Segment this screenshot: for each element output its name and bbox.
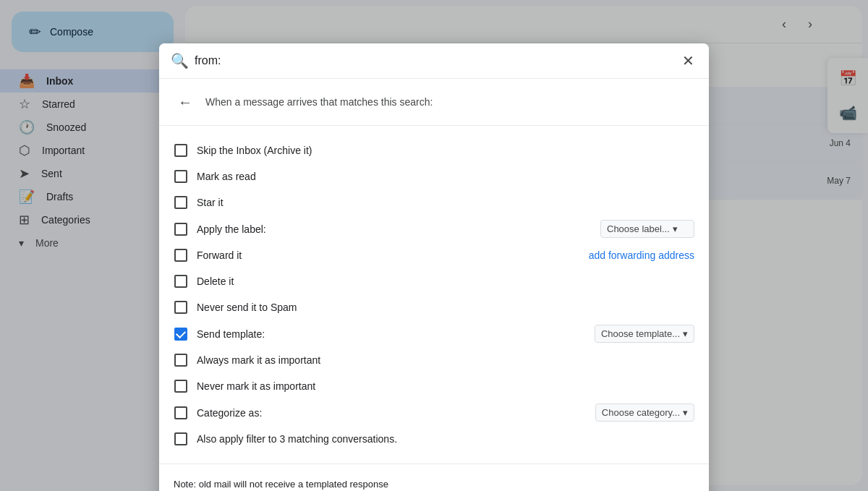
back-button[interactable]: ← xyxy=(174,90,197,114)
filter-label-send-template: Send template: xyxy=(197,328,586,340)
filter-label-star-it: Star it xyxy=(197,197,694,208)
apply-label-option: Choose label... xyxy=(607,223,670,234)
checkbox-also-apply-wrap xyxy=(174,432,188,446)
checkbox-skip-inbox-wrap xyxy=(174,143,188,158)
checkbox-apply-label-wrap xyxy=(174,222,188,236)
dialog-header: ← When a message arrives that matches th… xyxy=(159,79,709,119)
checkbox-skip-inbox[interactable] xyxy=(174,144,187,157)
filter-label-delete-it: Delete it xyxy=(197,276,694,287)
filter-row-skip-inbox: Skip the Inbox (Archive it) xyxy=(174,137,694,163)
filter-row-mark-read: Mark as read xyxy=(174,163,694,189)
checkbox-always-important-wrap xyxy=(174,353,188,367)
filter-row-apply-label: Apply the label: Choose label... ▾ xyxy=(174,215,694,242)
divider-2 xyxy=(159,464,709,464)
checkbox-categorize[interactable] xyxy=(174,406,187,419)
checkbox-star-it[interactable] xyxy=(174,196,187,209)
apply-label-select[interactable]: Choose label... ▾ xyxy=(600,220,694,238)
checkbox-never-spam-wrap xyxy=(174,300,188,315)
checkbox-never-important[interactable] xyxy=(174,380,187,393)
chevron-down-icon: ▾ xyxy=(683,407,688,418)
filter-row-always-important: Always mark it as important xyxy=(174,347,694,373)
add-forwarding-address-link[interactable]: add forwarding address xyxy=(589,249,694,261)
checkbox-star-it-wrap xyxy=(174,195,188,210)
filter-row-star-it: Star it xyxy=(174,189,694,215)
checkbox-mark-read-wrap xyxy=(174,169,188,184)
checkbox-send-template-wrap xyxy=(174,327,188,341)
checkbox-delete-it-wrap xyxy=(174,274,188,289)
filter-label-also-apply: Also apply filter to 3 matching conversa… xyxy=(197,433,694,445)
checkbox-forward-it-wrap xyxy=(174,248,188,262)
send-template-option: Choose template... xyxy=(601,328,680,339)
filter-label-never-important: Never mark it as important xyxy=(197,380,694,392)
checkbox-mark-read[interactable] xyxy=(174,170,187,183)
filter-label-skip-inbox: Skip the Inbox (Archive it) xyxy=(197,145,694,156)
checkbox-delete-it[interactable] xyxy=(174,275,187,288)
filter-dialog: 🔍 ✕ ← When a message arrives that matche… xyxy=(159,43,709,491)
note-section: Note: old mail will not receive a templa… xyxy=(159,470,709,491)
filter-row-delete-it: Delete it xyxy=(174,268,694,294)
checkbox-categorize-wrap xyxy=(174,406,188,420)
filter-row-never-spam: Never send it to Spam xyxy=(174,294,694,320)
checkbox-apply-label[interactable] xyxy=(174,223,187,236)
filter-label-never-spam: Never send it to Spam xyxy=(197,302,694,313)
checkbox-always-important[interactable] xyxy=(174,354,187,367)
filter-label-categorize: Categorize as: xyxy=(197,407,587,419)
filter-label-apply-label: Apply the label: xyxy=(197,223,592,235)
filter-row-never-important: Never mark it as important xyxy=(174,373,694,399)
clear-search-button[interactable]: ✕ xyxy=(679,49,697,72)
note-text: Note: old mail will not receive a templa… xyxy=(174,479,388,490)
back-icon: ← xyxy=(178,94,192,111)
filter-label-mark-read: Mark as read xyxy=(197,171,694,182)
filter-row-also-apply: Also apply filter to 3 matching conversa… xyxy=(174,426,694,452)
filter-label-always-important: Always mark it as important xyxy=(197,354,694,366)
dialog-search-icon: 🔍 xyxy=(171,52,189,69)
checkbox-forward-it[interactable] xyxy=(174,249,187,262)
dialog-title: When a message arrives that matches this… xyxy=(205,96,433,108)
checkbox-send-template[interactable] xyxy=(174,328,187,341)
filter-dialog-overlay: 🔍 ✕ ← When a message arrives that matche… xyxy=(0,0,868,491)
checkbox-also-apply[interactable] xyxy=(174,432,187,445)
dialog-search-bar: 🔍 ✕ xyxy=(159,43,709,79)
filter-label-forward-it: Forward it xyxy=(197,249,577,261)
clear-icon: ✕ xyxy=(682,52,694,69)
chevron-down-icon: ▾ xyxy=(673,223,678,234)
checkbox-never-spam[interactable] xyxy=(174,301,187,314)
categorize-option: Choose category... xyxy=(602,407,680,418)
checkbox-never-important-wrap xyxy=(174,379,188,393)
filter-row-categorize: Categorize as: Choose category... ▾ xyxy=(174,399,694,426)
chevron-down-icon: ▾ xyxy=(683,328,688,339)
categorize-select[interactable]: Choose category... ▾ xyxy=(595,404,694,422)
search-input[interactable] xyxy=(195,54,673,67)
divider xyxy=(159,125,709,126)
filter-options: Skip the Inbox (Archive it) Mark as read… xyxy=(159,132,709,458)
filter-row-forward-it: Forward it add forwarding address xyxy=(174,242,694,268)
filter-row-send-template: Send template: Choose template... ▾ xyxy=(174,320,694,347)
send-template-select[interactable]: Choose template... ▾ xyxy=(595,325,694,343)
